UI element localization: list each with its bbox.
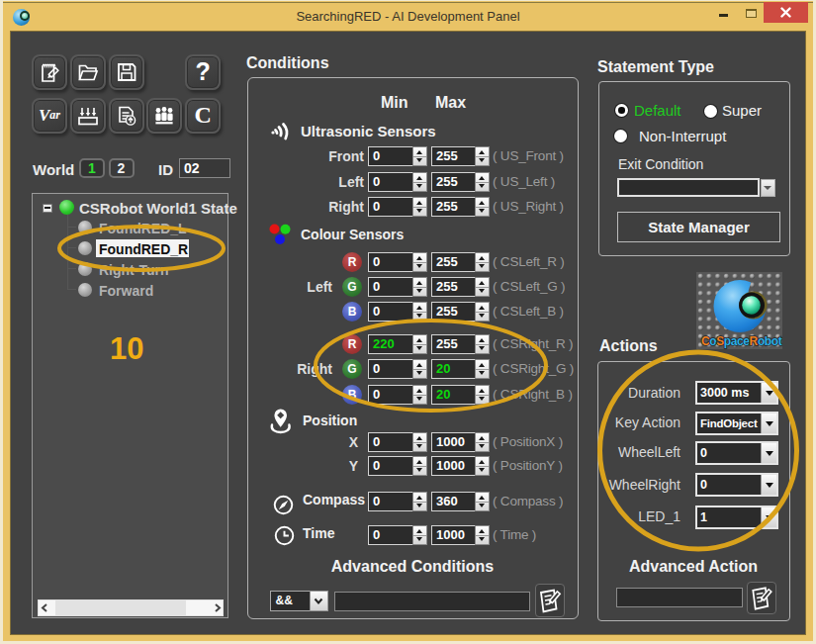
- svg-text:CoSpaceRobot: CoSpaceRobot: [701, 334, 782, 348]
